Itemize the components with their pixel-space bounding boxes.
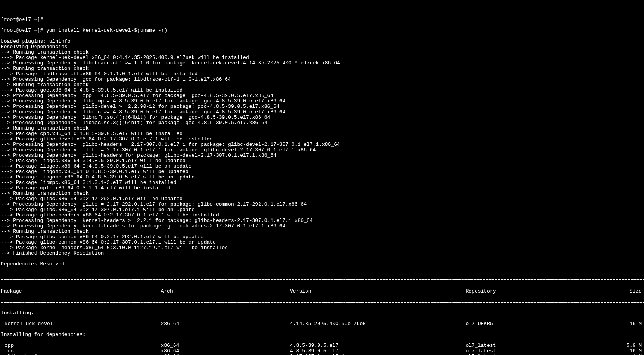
output-line: --> Processing Dependency: libgomp = 4.8… <box>1 99 643 104</box>
output-line: ---> Package kernel-uek-devel.x86_64 0:4… <box>1 55 643 61</box>
cell-size: 16 M <box>612 321 643 327</box>
output-line <box>1 256 643 261</box>
output-line <box>1 267 643 272</box>
output-line: ---> Package cpp.x86_64 0:4.8.5-39.0.5.e… <box>1 131 643 137</box>
output-line: ---> Package glibc.x86_64 0:2.17-292.0.1… <box>1 196 643 202</box>
output-line: ---> Package kernel-headers.x86_64 0:3.1… <box>1 245 643 251</box>
output-line: --> Running transaction check <box>1 50 643 55</box>
cell: cpp <box>1 343 148 348</box>
cell-arch: x86_64 <box>161 321 278 327</box>
output-line: --> Processing Dependency: libmpc.so.3()… <box>1 120 643 126</box>
cell: x86_64 <box>161 343 278 348</box>
header-version: Version <box>290 289 453 294</box>
section-installing-deps: Installing for dependencies: <box>1 332 643 338</box>
shell-prompt: [root@oel7 ~]# <box>1 17 643 23</box>
output-line: --> Processing Dependency: glibc-headers… <box>1 142 643 147</box>
cell: 5.9 M <box>612 343 643 348</box>
output-line: ---> Package glibc-devel.x86_64 0:2.17-3… <box>1 137 643 142</box>
cell-version: 4.14.35-2025.400.9.el7uek <box>290 321 453 327</box>
output-line: --> Processing Dependency: libgcc >= 4.8… <box>1 109 643 115</box>
output-line: --> Running transaction check <box>1 191 643 196</box>
header-package: Package <box>1 289 148 294</box>
output-line: --> Running transaction check <box>1 82 643 88</box>
output-line: ---> Package mpfr.x86_64 0:3.1.1-4.el7 w… <box>1 185 643 191</box>
cell: gcc <box>1 348 148 354</box>
output-line: --> Processing Dependency: glibc-devel >… <box>1 104 643 109</box>
output-line: ---> Package libgcc.x86_64 0:4.8.5-39.0.… <box>1 158 643 164</box>
output-line: Dependencies Resolved <box>1 261 643 267</box>
output-line: Loaded plugins: ulninfo <box>1 39 643 44</box>
output-line: --> Processing Dependency: glibc = 2.17-… <box>1 147 643 153</box>
output-line: ---> Package glibc-common.x86_64 0:2.17-… <box>1 240 643 245</box>
output-line: --> Processing Dependency: glibc-headers… <box>1 153 643 158</box>
cell-repository: ol7_UEKR5 <box>466 321 600 327</box>
output-line: ---> Package glibc-common.x86_64 0:2.17-… <box>1 234 643 240</box>
yum-output: Loaded plugins: ulninfoResolving Depende… <box>1 39 643 272</box>
output-line: --> Processing Dependency: kernel-header… <box>1 223 643 229</box>
output-line: --> Running transaction check <box>1 126 643 131</box>
output-line: --> Processing Dependency: libmpfr.so.4(… <box>1 115 643 120</box>
cell: ol7_latest <box>466 343 600 348</box>
table-header-row: Package Arch Version Repository Size <box>1 289 643 294</box>
shell-command[interactable]: [root@oel7 ~]# yum install kernel-uek-de… <box>1 28 643 33</box>
output-line: ---> Package glibc.x86_64 0:2.17-307.0.1… <box>1 207 643 213</box>
output-line: ---> Package libmpc.x86_64 0:1.0.1-3.el7… <box>1 180 643 185</box>
separator: ========================================… <box>1 300 643 305</box>
cell: 4.8.5-39.0.5.el7 <box>290 343 453 348</box>
cell: ol7_latest <box>466 348 600 354</box>
header-repository: Repository <box>466 289 600 294</box>
output-line: --> Processing Dependency: libdtrace-ctf… <box>1 61 643 66</box>
output-line: --> Processing Dependency: kernel-header… <box>1 218 643 223</box>
header-size: Size <box>612 289 643 294</box>
table-row: cppx86_644.8.5-39.0.5.el7ol7_latest5.9 M <box>1 343 643 348</box>
cell: 16 M <box>612 348 643 354</box>
section-installing: Installing: <box>1 310 643 316</box>
output-line: ---> Package gcc.x86_64 0:4.8.5-39.0.5.e… <box>1 88 643 93</box>
cell: x86_64 <box>161 348 278 354</box>
output-line: --> Processing Dependency: glibc = 2.17-… <box>1 202 643 207</box>
output-line: --> Running transaction check <box>1 66 643 71</box>
separator: ========================================… <box>1 278 643 283</box>
cell-package: kernel-uek-devel <box>1 321 148 327</box>
output-line: ---> Package libdtrace-ctf.x86_64 0:1.1.… <box>1 71 643 77</box>
header-arch: Arch <box>161 289 278 294</box>
output-line: ---> Package libgomp.x86_64 0:4.8.5-39.0… <box>1 169 643 175</box>
output-line: Resolving Dependencies <box>1 44 643 50</box>
cell: 4.8.5-39.0.5.el7 <box>290 348 453 354</box>
table-row: gccx86_644.8.5-39.0.5.el7ol7_latest16 M <box>1 348 643 354</box>
output-line: ---> Package glibc-headers.x86_64 0:2.17… <box>1 213 643 218</box>
output-line: --> Processing Dependency: cpp = 4.8.5-3… <box>1 93 643 99</box>
output-line: --> Running transaction check <box>1 229 643 234</box>
output-line: --> Finished Dependency Resolution <box>1 251 643 256</box>
dependency-rows: cppx86_644.8.5-39.0.5.el7ol7_latest5.9 M… <box>1 343 643 355</box>
output-line: ---> Package libgomp.x86_64 0:4.8.5-39.0… <box>1 175 643 180</box>
table-row: kernel-uek-devel x86_64 4.14.35-2025.400… <box>1 321 643 327</box>
output-line: --> Processing Dependency: gcc for packa… <box>1 77 643 82</box>
output-line: ---> Package libgcc.x86_64 0:4.8.5-39.0.… <box>1 164 643 169</box>
